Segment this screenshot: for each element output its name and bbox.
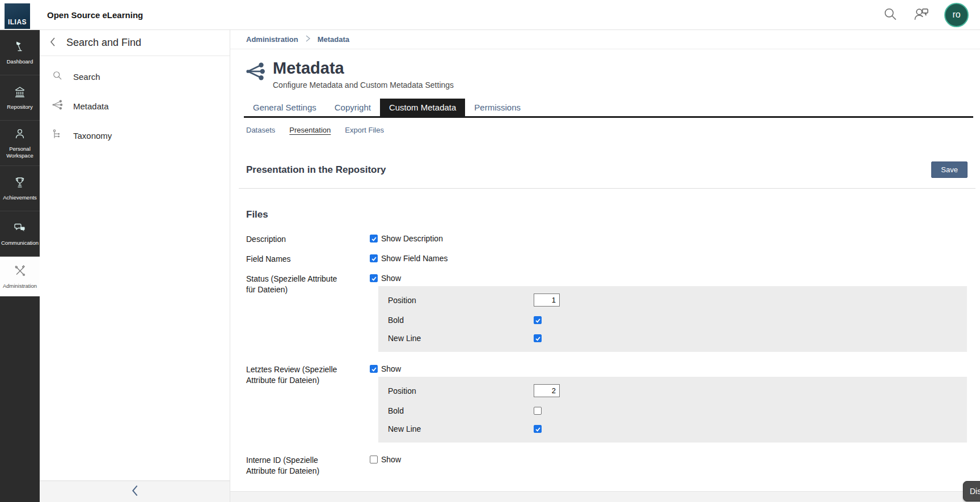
content-footer-strip xyxy=(230,491,980,502)
person-icon xyxy=(13,127,27,142)
rail-item-personal-workspace[interactable]: Personal Workspace xyxy=(0,121,40,166)
letztes-review-new-line-checkbox[interactable] xyxy=(534,425,542,433)
search-icon xyxy=(882,6,898,24)
rail-item-label: Administration xyxy=(3,283,37,290)
slate-items: Search Metadata Taxonomy xyxy=(40,56,230,150)
status-new-line-checkbox[interactable] xyxy=(534,334,542,342)
position-label: Position xyxy=(388,296,534,305)
rail-item-label: Dashboard xyxy=(7,58,33,65)
chevron-right-icon xyxy=(305,35,311,44)
checkbox-label: Show xyxy=(381,455,401,464)
slate-title: Search and Find xyxy=(66,37,141,49)
bold-label: Bold xyxy=(388,406,534,415)
person-chat-icon xyxy=(913,5,930,24)
form-row-letztes-review: Letztes Review (Spezielle Attribute für … xyxy=(246,364,980,443)
display-overlay-button[interactable]: Dis xyxy=(963,481,980,501)
field-label: Status (Spezielle Attribute für Dateien) xyxy=(246,274,370,352)
section-heading: Presentation in the Repository xyxy=(246,164,386,176)
letztes-review-options-panel: Position Bold New Line xyxy=(378,377,967,443)
form-row-status: Status (Spezielle Attribute für Dateien)… xyxy=(246,274,980,352)
rail-item-label: Communication xyxy=(1,240,39,246)
tab-general-settings[interactable]: General Settings xyxy=(244,99,326,116)
show-description-checkbox[interactable] xyxy=(370,235,378,243)
form-row-interne-id: Interne ID (Spezielle Attribute für Date… xyxy=(246,455,980,477)
tab-custom-metadata[interactable]: Custom Metadata xyxy=(380,99,465,116)
field-label: Interne ID (Spezielle Attribute für Date… xyxy=(246,455,370,477)
back-button[interactable] xyxy=(49,37,57,49)
status-options-panel: Position Bold New Line xyxy=(378,286,967,352)
slate-item-label: Search xyxy=(73,72,100,82)
page-title: Metadata xyxy=(273,59,454,76)
page-header: Metadata Configure Metadata and Custom M… xyxy=(230,49,980,90)
chevron-left-icon xyxy=(49,37,57,49)
main-rail: Dashboard Repository Personal Workspace … xyxy=(0,30,40,502)
subtab-bar: Datasets Presentation Export Files xyxy=(230,118,980,134)
rail-item-dashboard[interactable]: Dashboard xyxy=(0,30,40,75)
field-label: Description xyxy=(246,234,370,245)
rail-item-label: Repository xyxy=(7,104,32,110)
chat-bubbles-icon xyxy=(13,221,27,236)
who-is-online-button[interactable] xyxy=(913,5,930,24)
metadata-icon xyxy=(245,59,265,90)
presentation-form: Files Description Show Description Field… xyxy=(230,189,980,492)
rail-item-achievements[interactable]: Achievements xyxy=(0,166,40,211)
save-button[interactable]: Save xyxy=(931,161,968,178)
checkbox-label: Show Description xyxy=(381,234,443,243)
field-label: Letztes Review (Spezielle Attribute für … xyxy=(246,364,370,443)
show-interne-id-checkbox[interactable] xyxy=(370,456,378,463)
form-row-field-names: Field Names Show Field Names xyxy=(246,254,980,265)
show-field-names-checkbox[interactable] xyxy=(370,254,378,262)
subtab-datasets[interactable]: Datasets xyxy=(246,126,275,134)
rail-item-communication[interactable]: Communication xyxy=(0,211,40,257)
slate-item-label: Taxonomy xyxy=(73,131,112,141)
slate-item-search[interactable]: Search xyxy=(40,62,230,91)
share-network-icon xyxy=(52,99,63,113)
rail-item-label: Achievements xyxy=(3,194,37,201)
form-group-heading: Files xyxy=(246,209,980,220)
letztes-review-position-input[interactable] xyxy=(534,384,560,397)
subtab-presentation[interactable]: Presentation xyxy=(289,126,331,134)
subtab-export-files[interactable]: Export Files xyxy=(345,126,384,134)
magnifier-icon xyxy=(52,70,63,83)
breadcrumb-metadata[interactable]: Metadata xyxy=(318,35,349,44)
slate-item-label: Metadata xyxy=(73,101,109,111)
trophy-icon xyxy=(13,176,27,191)
slate-item-taxonomy[interactable]: Taxonomy xyxy=(40,121,230,150)
main-content: Administration Metadata Metadata Configu… xyxy=(230,30,980,502)
user-avatar[interactable]: ro xyxy=(944,3,969,27)
breadcrumb: Administration Metadata xyxy=(230,30,980,49)
status-bold-checkbox[interactable] xyxy=(534,316,542,324)
ilias-logo[interactable]: ILIAS xyxy=(5,3,30,29)
show-status-checkbox[interactable] xyxy=(370,274,378,282)
rail-item-repository[interactable]: Repository xyxy=(0,75,40,121)
hierarchy-icon xyxy=(52,129,63,142)
section-header: Presentation in the Repository Save xyxy=(246,161,968,178)
position-label: Position xyxy=(388,386,534,395)
rail-item-label: Personal Workspace xyxy=(1,146,39,159)
breadcrumb-administration[interactable]: Administration xyxy=(246,35,298,44)
slate-item-metadata[interactable]: Metadata xyxy=(40,91,230,121)
letztes-review-bold-checkbox[interactable] xyxy=(534,407,542,415)
search-button[interactable] xyxy=(882,6,898,24)
new-line-label: New Line xyxy=(388,334,534,343)
secondary-panel: Search and Find Search Metadata Taxonomy xyxy=(40,30,230,502)
checkbox-label: Show Field Names xyxy=(381,254,448,263)
slate-header: Search and Find xyxy=(40,30,230,56)
tab-copyright[interactable]: Copyright xyxy=(326,99,380,116)
checkbox-label: Show xyxy=(381,274,401,283)
tab-permissions[interactable]: Permissions xyxy=(465,99,530,116)
show-letztes-review-checkbox[interactable] xyxy=(370,365,378,373)
app-title: Open Source eLearning xyxy=(47,10,143,20)
page-subtitle: Configure Metadata and Custom Metadata S… xyxy=(273,80,454,90)
bank-icon xyxy=(13,85,27,100)
status-position-input[interactable] xyxy=(534,293,560,307)
crossed-tools-icon xyxy=(13,264,27,279)
bold-label: Bold xyxy=(388,316,534,325)
collapse-panel-button[interactable] xyxy=(40,480,230,502)
top-bar: ILIAS Open Source eLearning ro xyxy=(0,0,980,30)
lamp-icon xyxy=(13,40,27,55)
rail-item-administration[interactable]: Administration xyxy=(0,257,40,296)
field-label: Field Names xyxy=(246,254,370,265)
topbar-actions: ro xyxy=(882,3,980,27)
chevron-left-icon xyxy=(130,484,140,499)
